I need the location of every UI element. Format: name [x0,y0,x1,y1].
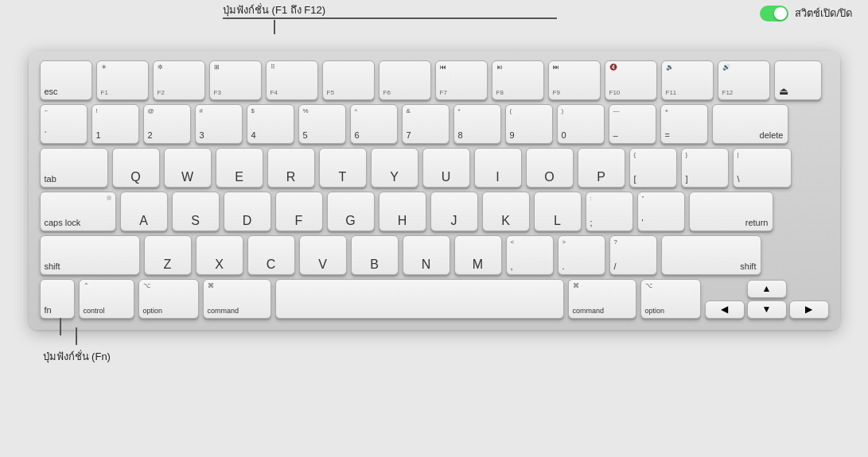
key-tab[interactable]: tab [40,148,108,188]
key-lbracket[interactable]: { [ [629,148,677,188]
key-q[interactable]: Q [112,148,160,188]
key-arrow-down[interactable]: ▼ [747,300,787,319]
key-n[interactable]: N [403,235,450,275]
function-keys-label: ปุ่มฟังก์ชั่น (F1 ถึง F12) [223,2,325,18]
key-u[interactable]: U [422,148,470,188]
key-s[interactable]: S [172,192,220,231]
key-c[interactable]: C [247,235,295,275]
key-0[interactable]: ) 0 [557,104,605,144]
g-label: G [332,215,370,227]
q-label: Q [117,171,155,184]
key-f11[interactable]: 🔉 F11 [661,60,714,100]
key-delete[interactable]: delete [712,104,788,144]
key-6[interactable]: ^ 6 [350,104,398,144]
key-backtick[interactable]: ~ ` [40,104,88,144]
key-command-right[interactable]: ⌘ command [568,279,636,319]
seven-label: 7 [407,131,411,140]
key-p[interactable]: P [578,148,625,188]
key-arrow-up[interactable]: ▲ [747,280,787,298]
key-g[interactable]: G [327,192,375,231]
key-capslock[interactable]: caps lock [40,192,116,231]
key-b[interactable]: B [351,235,399,275]
key-option-right[interactable]: ⌥ option [640,279,701,319]
key-e[interactable]: E [216,148,263,188]
key-f6[interactable]: F6 [379,60,431,100]
key-8[interactable]: * 8 [453,104,501,144]
key-comma[interactable]: < , [506,235,554,275]
power-toggle-switch[interactable] [760,6,788,21]
key-f10[interactable]: 🔇 F10 [605,60,657,100]
key-option-left[interactable]: ⌥ option [138,279,199,319]
f4-label: F4 [271,90,278,96]
key-f1[interactable]: ☀ F1 [96,60,149,100]
e-label: E [220,171,259,184]
key-f[interactable]: F [275,192,323,231]
key-2[interactable]: @ 2 [143,104,191,144]
key-v[interactable]: V [299,235,347,275]
key-f9[interactable]: ⏭ F9 [548,60,601,100]
key-w[interactable]: W [164,148,212,188]
command-right-label: command [573,308,605,315]
d-label: D [228,215,267,227]
lparen-label: ( [510,108,512,114]
key-slash[interactable]: ? / [609,235,657,275]
key-j[interactable]: J [430,192,478,231]
key-f2[interactable]: ✲ F2 [153,60,205,100]
key-equals[interactable]: + = [660,104,708,144]
key-f5[interactable]: F5 [322,60,375,100]
key-f8[interactable]: ⏯ F8 [492,60,544,100]
key-k[interactable]: K [482,192,530,231]
key-7[interactable]: & 7 [402,104,450,144]
key-period[interactable]: > . [558,235,605,275]
key-f4[interactable]: ⠿ F4 [266,60,318,100]
v-label: V [304,258,342,271]
key-minus[interactable]: — – [609,104,656,144]
key-4[interactable]: $ 4 [247,104,294,144]
key-1[interactable]: ! 1 [91,104,139,144]
key-a[interactable]: A [120,192,168,231]
key-t[interactable]: T [319,148,367,188]
key-3[interactable]: # 3 [195,104,243,144]
key-i[interactable]: I [474,148,522,188]
key-shift-left[interactable]: shift [40,235,140,275]
key-l[interactable]: L [534,192,582,231]
key-space[interactable] [275,279,564,319]
bottom-key-row: fn ⌃ control ⌥ option ⌘ command [40,279,829,319]
key-quote[interactable]: " ' [637,192,685,231]
lcurly-label: { [634,152,636,158]
key-h[interactable]: H [379,192,426,231]
key-arrow-right[interactable]: ▶ [789,300,829,319]
key-5[interactable]: % 5 [298,104,346,144]
key-eject[interactable]: ⏏ [774,60,822,100]
key-9[interactable]: ( 9 [505,104,553,144]
key-return[interactable]: return [689,192,773,231]
dollar-label: $ [251,108,255,114]
key-m[interactable]: M [454,235,502,275]
key-esc[interactable]: esc [40,60,92,100]
key-d[interactable]: D [224,192,271,231]
key-x[interactable]: X [196,235,243,275]
shift-left-label: shift [45,262,60,271]
key-command-left[interactable]: ⌘ command [203,279,271,319]
key-shift-right[interactable]: shift [661,235,761,275]
arrow-down-icon: ▼ [762,304,772,315]
key-backslash[interactable]: | \ [733,148,792,188]
key-f3[interactable]: ⊞ F3 [209,60,262,100]
key-control-left[interactable]: ⌃ control [79,279,134,319]
colon-label: : [590,196,592,202]
key-f12[interactable]: 🔊 F12 [718,60,770,100]
keyboard-wrapper: esc ☀ F1 ✲ F2 ⊞ F3 ⠿ F4 [29,51,840,330]
key-f7[interactable]: ⏮ F7 [435,60,488,100]
key-z[interactable]: Z [144,235,192,275]
fn-annotation: ปุ่มฟังก์ชั่น (Fn) [43,327,111,365]
key-semicolon[interactable]: : ; [586,192,633,231]
key-arrow-left[interactable]: ◀ [705,300,745,319]
key-r[interactable]: R [267,148,315,188]
key-o[interactable]: O [526,148,574,188]
key-y[interactable]: Y [371,148,418,188]
shift-right-label: shift [740,262,756,271]
key-rbracket[interactable]: } ] [681,148,729,188]
b-label: B [356,258,394,271]
key-fn[interactable]: fn [40,279,75,319]
comma-label: , [511,262,513,271]
